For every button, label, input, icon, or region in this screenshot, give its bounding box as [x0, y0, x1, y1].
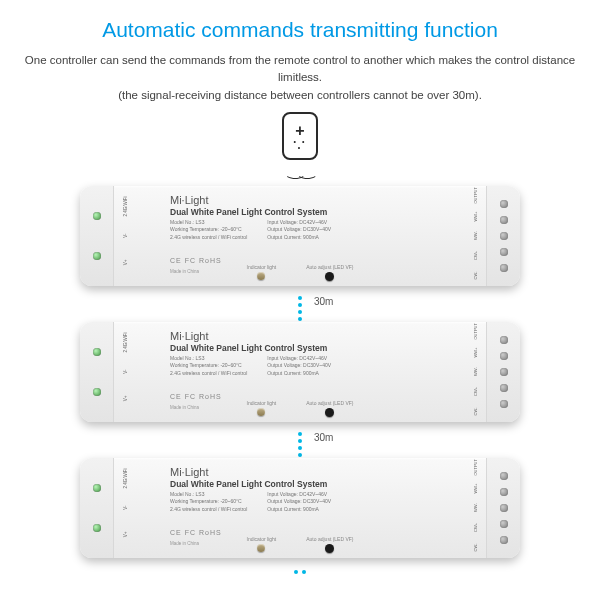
terminal-screw-icon	[500, 368, 508, 376]
brand-label: Mi·Light	[170, 330, 456, 342]
signal-gap: 30m	[0, 286, 600, 316]
controller-faceplate: Mi·Light Dual White Panel Light Control …	[114, 458, 486, 558]
indicator-light: Indicator light	[247, 536, 277, 552]
auto-adjust-button: Auto adjust (LED VF)	[306, 536, 353, 553]
button-icon	[325, 544, 334, 553]
terminal-screw-icon	[500, 200, 508, 208]
signal-gap: 30m	[0, 422, 600, 452]
terminal-screw-icon	[93, 212, 101, 220]
signal-dots-icon	[298, 429, 302, 457]
controller-unit: 2.4G/WiFi V- V+ Mi·Light Dual White Pane…	[80, 322, 520, 422]
indicator-light: Indicator light	[247, 264, 277, 280]
button-icon	[325, 272, 334, 281]
terminal-screw-icon	[93, 524, 101, 532]
signal-dots-trailing-icon	[0, 558, 600, 580]
terminal-screw-icon	[500, 472, 508, 480]
specs-right: Input Voltage: DC42V~46V Output Voltage:…	[267, 355, 331, 378]
terminal-screw-icon	[500, 536, 508, 544]
controller-faceplate: Mi·Light Dual White Panel Light Control …	[114, 322, 486, 422]
left-terminal-block	[80, 322, 114, 422]
desc-line1: One controller can send the commands fro…	[25, 54, 575, 83]
terminal-screw-icon	[500, 400, 508, 408]
specs-left: Model No.: LS3 Working Temperature: -20~…	[170, 491, 247, 514]
right-terminal-block	[486, 322, 520, 422]
terminal-screw-icon	[500, 352, 508, 360]
terminal-screw-icon	[500, 248, 508, 256]
left-terminal-block	[80, 458, 114, 558]
right-port-labels: OUTPUT WW+ WW- CW+ CW-	[468, 330, 482, 414]
terminal-screw-icon	[500, 520, 508, 528]
product-name: Dual White Panel Light Control System	[170, 343, 456, 353]
specs-left: Model No.: LS3 Working Temperature: -20~…	[170, 219, 247, 242]
terminal-screw-icon	[93, 252, 101, 260]
terminal-screw-icon	[500, 232, 508, 240]
right-port-labels: OUTPUT WW+ WW- CW+ CW-	[468, 466, 482, 550]
specs-right: Input Voltage: DC42V~46V Output Voltage:…	[267, 219, 331, 242]
controller-faceplate: Mi·Light Dual White Panel Light Control …	[114, 186, 486, 286]
diagram: + • •• ‿‿ 2.4G/WiFi V- V+ Mi·Light Dual …	[0, 104, 600, 580]
cert-marks: CE FC RoHS	[170, 393, 222, 400]
led-icon	[257, 272, 265, 280]
controller-unit: 2.4G/WiFi V- V+ Mi·Light Dual White Pane…	[80, 186, 520, 286]
led-icon	[257, 408, 265, 416]
brand-label: Mi·Light	[170, 194, 456, 206]
terminal-screw-icon	[500, 264, 508, 272]
remote-dots-icon: • ••	[284, 139, 316, 151]
description: One controller can send the commands fro…	[0, 42, 600, 104]
left-terminal-block	[80, 186, 114, 286]
signal-waves-icon: ‿‿	[0, 158, 600, 180]
terminal-screw-icon	[93, 348, 101, 356]
cert-marks: CE FC RoHS	[170, 257, 222, 264]
desc-line2: (the signal-receiving distance between c…	[118, 89, 482, 101]
specs-right: Input Voltage: DC42V~46V Output Voltage:…	[267, 491, 331, 514]
terminal-screw-icon	[500, 504, 508, 512]
led-icon	[257, 544, 265, 552]
terminal-screw-icon	[500, 336, 508, 344]
brand-label: Mi·Light	[170, 466, 456, 478]
terminal-screw-icon	[500, 216, 508, 224]
terminal-screw-icon	[500, 488, 508, 496]
terminal-screw-icon	[500, 384, 508, 392]
distance-label: 30m	[314, 295, 333, 306]
auto-adjust-button: Auto adjust (LED VF)	[306, 264, 353, 281]
product-name: Dual White Panel Light Control System	[170, 479, 456, 489]
specs-left: Model No.: LS3 Working Temperature: -20~…	[170, 355, 247, 378]
controller-unit: 2.4G/WiFi V- V+ Mi·Light Dual White Pane…	[80, 458, 520, 558]
cert-marks: CE FC RoHS	[170, 529, 222, 536]
remote-icon: + • ••	[282, 112, 318, 160]
indicator-light: Indicator light	[247, 400, 277, 416]
button-icon	[325, 408, 334, 417]
signal-dots-icon	[298, 293, 302, 321]
page-title: Automatic commands transmitting function	[0, 0, 600, 42]
right-terminal-block	[486, 458, 520, 558]
terminal-screw-icon	[93, 484, 101, 492]
terminal-screw-icon	[93, 388, 101, 396]
product-name: Dual White Panel Light Control System	[170, 207, 456, 217]
right-port-labels: OUTPUT WW+ WW- CW+ CW-	[468, 194, 482, 278]
right-terminal-block	[486, 186, 520, 286]
distance-label: 30m	[314, 431, 333, 442]
auto-adjust-button: Auto adjust (LED VF)	[306, 400, 353, 417]
